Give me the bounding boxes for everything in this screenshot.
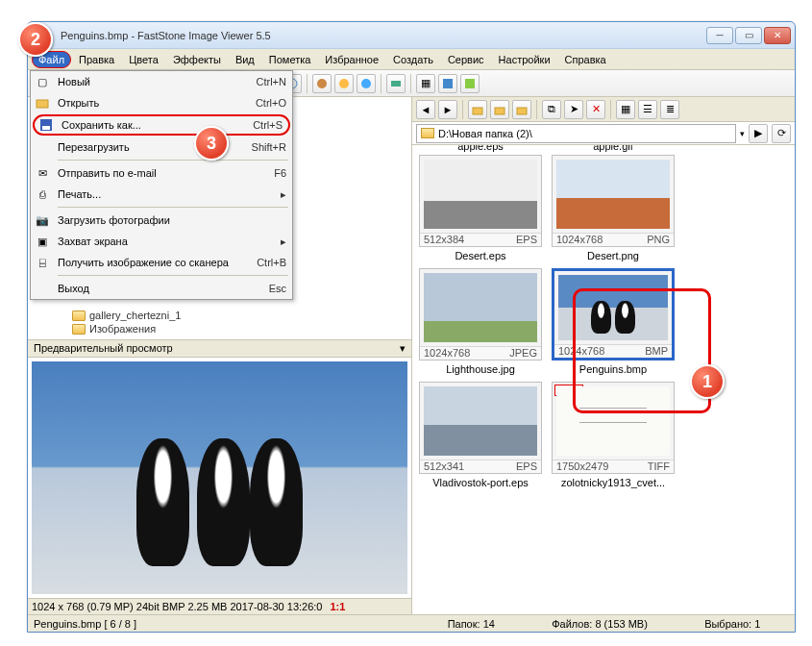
maximize-button[interactable]: ▭ — [735, 27, 762, 44]
menu-save-as[interactable]: Сохранить как...Ctrl+S — [33, 114, 290, 136]
menu-exit[interactable]: ВыходEsc — [31, 278, 292, 299]
menu-edit[interactable]: Правка — [72, 51, 121, 68]
save-icon — [38, 117, 54, 133]
svg-rect-8 — [443, 79, 453, 88]
mail-icon: ✉ — [35, 165, 50, 181]
print-icon: ⎙ — [35, 186, 50, 202]
titlebar: Penguins.bmp - FastStone Image Viewer 5.… — [28, 22, 795, 49]
tool-icon[interactable] — [334, 74, 354, 93]
menu-screen-capture[interactable]: ▣Захват экрана▸ — [31, 231, 292, 252]
svg-rect-12 — [517, 108, 527, 114]
menubar: Файл Правка Цвета Эффекты Вид Пометка Из… — [28, 49, 795, 70]
tool-icon[interactable] — [386, 74, 406, 93]
menu-print[interactable]: ⎙Печать...▸ — [31, 184, 292, 205]
image-info-bar: 1024 x 768 (0.79 MP) 24bit BMP 2.25 MB 2… — [28, 598, 411, 614]
tool-icon[interactable] — [438, 74, 457, 93]
thumbnail[interactable]: 512x384EPS Desert.eps — [418, 155, 543, 264]
folder-icon[interactable] — [490, 100, 509, 119]
path-input[interactable]: D:\Новая папка (2)\ — [416, 124, 736, 143]
refresh-icon[interactable]: ⟳ — [772, 124, 791, 143]
thumbnail[interactable]: 1024x768PNG Desert.png — [551, 155, 676, 264]
tool-icon[interactable]: ▦ — [416, 74, 435, 93]
file-menu-dropdown: ▢НовыйCtrl+N ОткрытьCtrl+O Сохранить как… — [30, 70, 293, 300]
path-bar: D:\Новая папка (2)\ ▾ ▶ ⟳ — [412, 122, 795, 145]
view-list-icon[interactable]: ☰ — [638, 100, 657, 119]
menu-new[interactable]: ▢НовыйCtrl+N — [31, 71, 292, 92]
tool-icon[interactable] — [312, 74, 332, 93]
back-icon[interactable]: ◄ — [416, 100, 435, 119]
thumbnail-selected[interactable]: 1024x768BMP Penguins.bmp — [551, 268, 676, 378]
camera-icon: 📷 — [35, 212, 50, 228]
svg-rect-7 — [391, 81, 401, 87]
capture-icon: ▣ — [35, 234, 50, 249]
menu-settings[interactable]: Настройки — [492, 51, 557, 68]
callout-1: 1 — [690, 364, 725, 399]
menu-mark[interactable]: Пометка — [262, 51, 318, 68]
tool-icon[interactable] — [460, 74, 480, 93]
thumbnail[interactable]: 272 P1750x2479TIFF zolotnicky1913_cvet..… — [551, 382, 676, 491]
menu-open[interactable]: ОткрытьCtrl+O — [31, 92, 292, 113]
menu-colors[interactable]: Цвета — [122, 51, 165, 68]
preview-image[interactable] — [28, 358, 411, 598]
app-window: Penguins.bmp - FastStone Image Viewer 5.… — [27, 21, 796, 633]
thumbnail-grid: apple.eps apple.gif 512x384EPS Desert.ep… — [412, 145, 795, 614]
thumb-name: apple.eps — [457, 145, 504, 155]
menu-download-photos[interactable]: 📷Загрузить фотографии — [31, 210, 292, 231]
menu-view[interactable]: Вид — [229, 51, 261, 68]
tree-item[interactable]: Изображения — [34, 322, 406, 335]
go-icon[interactable]: ▶ — [749, 124, 768, 143]
preview-header: Предварительный просмотр▾ — [28, 339, 411, 358]
menu-favorites[interactable]: Избранное — [318, 51, 385, 68]
thumbnail[interactable]: 1024x768JPEG Lighthouse.jpg — [418, 268, 543, 378]
minimize-button[interactable]: ─ — [706, 27, 733, 44]
browser-toolbar: ◄ ► ⧉ ➤ ✕ ▦ ☰ ≣ — [412, 97, 795, 122]
scanner-icon: ⌸ — [35, 255, 50, 270]
thumbnail[interactable]: 512x341EPS Vladivostok-port.eps — [418, 382, 543, 491]
up-folder-icon[interactable] — [468, 100, 487, 119]
tree-item[interactable]: gallery_chertezni_1 — [34, 309, 406, 322]
new-icon: ▢ — [35, 74, 50, 89]
svg-rect-13 — [37, 100, 48, 108]
forward-icon[interactable]: ► — [438, 100, 457, 119]
callout-3: 3 — [194, 126, 229, 161]
view-large-icon[interactable]: ▦ — [616, 100, 635, 119]
open-icon — [35, 95, 50, 111]
callout-2: 2 — [18, 22, 53, 57]
move-icon[interactable]: ➤ — [564, 100, 583, 119]
menu-help[interactable]: Справка — [558, 51, 613, 68]
menu-effects[interactable]: Эффекты — [166, 51, 228, 68]
svg-point-6 — [361, 79, 371, 88]
close-button[interactable]: ✕ — [764, 27, 791, 44]
thumb-name: apple.gif — [593, 145, 633, 155]
menu-scanner[interactable]: ⌸Получить изображение со сканераCtrl+B — [31, 252, 292, 273]
folder-icon[interactable] — [512, 100, 531, 119]
svg-rect-10 — [473, 108, 482, 114]
menu-create[interactable]: Создать — [386, 51, 440, 68]
svg-rect-9 — [465, 79, 475, 88]
tool-icon[interactable] — [357, 74, 376, 93]
right-pane: ◄ ► ⧉ ➤ ✕ ▦ ☰ ≣ D:\Новая папка (2)\ — [412, 97, 795, 614]
menu-reload[interactable]: ПерезагрузитьShift+R — [31, 137, 292, 158]
window-title: Penguins.bmp - FastStone Image Viewer 5.… — [32, 30, 706, 41]
menu-email[interactable]: ✉Отправить по e-mailF6 — [31, 162, 292, 184]
svg-point-4 — [317, 79, 327, 88]
view-detail-icon[interactable]: ≣ — [660, 100, 679, 119]
menu-service[interactable]: Сервис — [441, 51, 491, 68]
statusbar-right: Папок: 14 Файлов: 8 (153 MB) Выбрано: 1 — [413, 614, 795, 632]
svg-rect-15 — [42, 126, 50, 130]
copy-icon[interactable]: ⧉ — [542, 100, 561, 119]
svg-point-5 — [339, 79, 349, 88]
delete-icon[interactable]: ✕ — [586, 100, 605, 119]
svg-rect-11 — [495, 108, 504, 114]
